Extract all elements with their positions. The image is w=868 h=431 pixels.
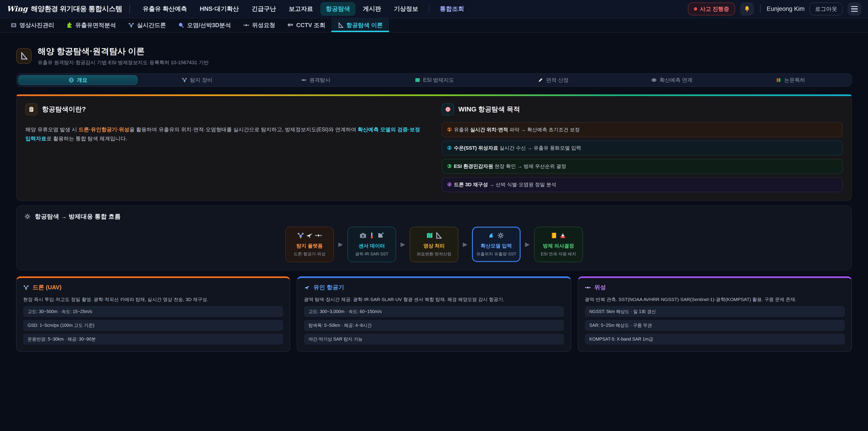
platform-cards: 드론 (UAV) 현장 즉시 투입·저고도 정밀 촬영. 광학·적외선 카메라 …: [16, 276, 852, 352]
what-is-text: 해양 유류오염 발생 시 드론·유인항공기·위성을 활용하여 유출유의 위치·면…: [25, 125, 426, 143]
logout-button[interactable]: 로그아웃: [809, 2, 842, 16]
app-title: 해양환경 위기대응 통합시스템: [31, 4, 122, 13]
subnav-item-aerial-search-theory[interactable]: 항공탐색 이론: [331, 18, 389, 32]
platform-title: 유인 항공기: [313, 283, 344, 291]
nav-item-aerial-search[interactable]: 항공탐색: [320, 2, 356, 16]
tab-label: 면적 산정: [546, 76, 568, 84]
gear-icon: [497, 232, 504, 239]
plane-icon: [306, 232, 313, 239]
section-tabstrip: 개요 탐지 장비 원격탐사 ESI 방제지도: [16, 73, 852, 87]
platform-title: 드론 (UAV): [33, 283, 61, 291]
tab-prediction-link[interactable]: 확산예측 연계: [613, 75, 731, 85]
incident-status-badge[interactable]: 사고 진행중: [688, 2, 735, 16]
tab-esi-map[interactable]: ESI 방제지도: [375, 75, 494, 85]
nav-item-weather-info[interactable]: 기상정보: [388, 2, 424, 16]
what-is-title: 항공탐색이란?: [42, 105, 86, 114]
satellite-icon: [243, 22, 249, 28]
magnifier-icon: [178, 22, 184, 28]
triangle-ruler-icon: [435, 232, 442, 239]
subnav-label: 영상사진관리: [20, 21, 54, 29]
subnav-item-image-photo-mgmt[interactable]: 영상사진관리: [4, 18, 60, 32]
page-subtitle: 유출유 원격탐지·항공감시 기법·ESI 방제정보지도·등록특허 10-1567…: [38, 59, 209, 66]
tab-overview[interactable]: 개요: [18, 75, 138, 85]
subnav-label: 유출유면적분석: [75, 21, 116, 29]
user-name: Eunjeong Kim: [767, 5, 805, 12]
tab-detection-equipment[interactable]: 탐지 장비: [138, 75, 256, 85]
drone-icon: [23, 284, 29, 291]
flow-step-title: 영상 처리: [412, 243, 456, 249]
tab-papers-patents[interactable]: 논문특허: [731, 75, 850, 85]
target-icon-box: [442, 103, 454, 116]
divider: [760, 5, 761, 13]
pencil-icon: [538, 77, 543, 83]
clipboard-icon-box: [25, 103, 37, 116]
subnav-item-realtime-drone[interactable]: 실시간드론: [122, 18, 172, 32]
link-icon: [651, 77, 657, 83]
platform-stat: GSD: 1~5cm/px (100m 고도 기준): [23, 320, 283, 331]
purpose-item-3: ③ESI 환경민감자원 현장 확인 → 방제 우선순위 결정: [442, 159, 843, 174]
map-icon: [426, 232, 433, 239]
app-logo: Wing 해양환경 위기대응 통합시스템: [6, 4, 122, 13]
header-right: 사고 진행중 Eunjeong Kim 로그아웃: [688, 2, 861, 16]
nav-item-integrated-search[interactable]: 통합조회: [434, 2, 470, 16]
drone-icon: [297, 232, 304, 239]
platform-desc: 현장 즉시 투입·저고도 정밀 촬영. 광학·적외선 카메라 탑재, 실시간 영…: [23, 296, 283, 303]
purpose-title: WING 항공탐색 목적: [458, 105, 520, 114]
tab-area-calculation[interactable]: 면적 산정: [494, 75, 613, 85]
page-title-icon-box: [16, 48, 32, 64]
flow-step-subtitle: 광학·IR·SAR·SST: [350, 251, 394, 257]
triangle-ruler-icon: [338, 22, 344, 28]
top-header: Wing 해양환경 위기대응 통합시스템 유출유 확산예측 HNS·대기확산 긴…: [0, 0, 868, 18]
subnav-label: 항공탐색 이론: [346, 21, 383, 29]
purpose-item-4: ④드론 3D 재구성 → 선박 식별·오염원 정밀 분석: [442, 177, 843, 192]
notifications-button[interactable]: [740, 2, 754, 16]
tab-label: 원격탐사: [309, 76, 331, 84]
flow-steps: 탐지 플랫폼 드론·항공기·위성 ▶ 센서 데이터 광학·IR: [24, 227, 844, 262]
map-icon: [415, 77, 420, 83]
platform-card-drone: 드론 (UAV) 현장 즉시 투입·저고도 정밀 촬영. 광학·적외선 카메라 …: [16, 276, 290, 352]
flow-panel: 항공탐색 → 방제대응 통합 흐름 탐지 플랫폼 드론·항공기·위성: [16, 206, 852, 271]
nav-item-hns-diffusion[interactable]: HNS·대기확산: [194, 2, 244, 16]
flow-step-decision: 방제 의사결정 ESI 연계·자원 배치: [534, 227, 583, 262]
tab-label: ESI 방제지도: [423, 76, 454, 84]
highlight-platforms: 드론·유인항공기·위성: [79, 127, 129, 132]
platform-stat: KOMPSAT-5: X-band SAR 1m급: [585, 334, 845, 345]
satellite-icon: [315, 232, 322, 239]
platform-card-satellite: 위성 광역·반복 관측. SST(NOAA AVHRR·NGSST)·SAR(S…: [578, 276, 852, 352]
triangle-ruler-icon: [20, 52, 28, 60]
tab-label: 논문특허: [784, 76, 805, 84]
tab-label: 탐지 장비: [190, 76, 213, 84]
nav-item-reports[interactable]: 보고자료: [283, 2, 319, 16]
drone-icon: [182, 77, 187, 83]
flow-title-row: 항공탐색 → 방제대응 통합 흐름: [24, 212, 844, 221]
platform-stat: 고도: 300~3,000m · 속도: 60~150m/s: [304, 306, 564, 317]
thermometer-icon: [368, 232, 375, 239]
target-icon: [445, 106, 451, 113]
tab-remote-sensing[interactable]: 원격탐사: [256, 75, 375, 85]
platform-stat: SAR: 5~25m 해상도 · 구름 무관: [585, 320, 845, 331]
cctv-icon: [287, 22, 293, 28]
globe-icon: [68, 77, 74, 83]
flow-step-platforms: 탐지 플랫폼 드론·항공기·위성: [285, 227, 334, 262]
page-title: 해양 항공탐색·원격탐사 이론: [38, 46, 209, 57]
flow-step-subtitle: ESI 연계·자원 배치: [537, 251, 580, 257]
ship-icon: [559, 232, 566, 239]
platform-desc: 광역 탐색·장시간 체공. 광학·IR·SAR·SLAR·UV 형광 센서 복합…: [304, 296, 564, 303]
flow-step-model-input: 확산모델 입력 유출위치·유출량·SST: [472, 227, 521, 262]
subnav-item-oil-area-analysis[interactable]: 유출유면적분석: [60, 18, 122, 32]
subnav-item-satellite-request[interactable]: 위성요청: [237, 18, 281, 32]
flow-arrow-icon: ▶: [463, 241, 467, 248]
what-is-card: 항공탐색이란? 해양 유류오염 발생 시 드론·유인항공기·위성을 활용하여 유…: [25, 103, 426, 192]
nav-item-emergency-rescue[interactable]: 긴급구난: [246, 2, 282, 16]
menu-button[interactable]: [847, 2, 861, 16]
flow-step-sensors: 센서 데이터 광학·IR·SAR·SST: [347, 227, 396, 262]
subnav-label: 실시간드론: [137, 21, 166, 29]
flow-arrow-icon: ▶: [525, 241, 530, 248]
purpose-card: WING 항공탐색 목적 ①유출유 실시간 위치·면적 파악 → 확산예측 초기…: [442, 103, 843, 192]
subnav-item-pollution-ship-3d[interactable]: 오염/선박3D분석: [172, 18, 237, 32]
flow-step-title: 탐지 플랫폼: [288, 243, 331, 249]
nav-item-oil-spill-prediction[interactable]: 유출유 확산예측: [137, 2, 193, 16]
platform-stat: NGSST: 5km 해상도 · 일 1회 갱신: [585, 306, 845, 317]
nav-item-board[interactable]: 게시판: [358, 2, 387, 16]
subnav-item-cctv[interactable]: CCTV 조회: [281, 18, 332, 32]
